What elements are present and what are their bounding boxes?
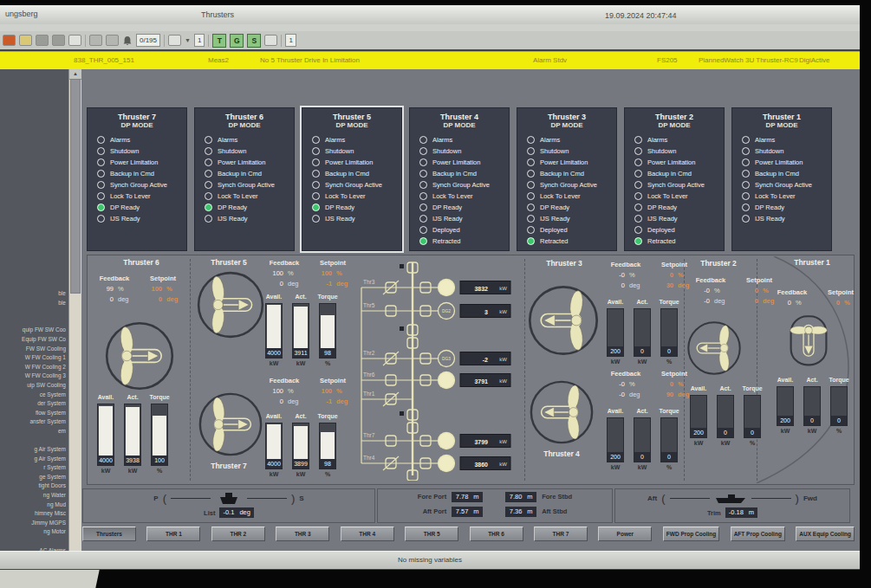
print-icon[interactable] [89,35,102,46]
list-indicator-box: P ( ) S List -0.1deg [82,488,375,523]
status-led-icon [97,204,105,211]
dp-panel-thruster-4[interactable]: Thruster 4 DP MODE Alarms Shutdown [409,107,510,251]
thruster-7-title: Thruster 7 [211,462,247,470]
alarm-banner[interactable]: 838_THR_005_151 Meas2 No 5 Thruster Driv… [0,51,860,70]
generator-icon[interactable] [439,433,455,449]
nav-button[interactable]: AFT Prop Cooling [731,527,785,541]
dp-status-row: Shutdown [410,145,509,157]
dp-panel-thruster-3[interactable]: Thruster 3 DP MODE Alarms Shutdown [517,107,617,251]
sidebar-item[interactable]: r System [0,463,66,473]
dp-status-row: Lock To Lever [625,191,724,202]
dp-panel-thruster-6[interactable]: Thruster 6 DP MODE Alarms Shutdown [194,107,295,251]
page-number-box[interactable]: 1 [194,34,205,47]
sidebar-scrollbar[interactable]: ▲ [68,69,81,551]
screen-icon[interactable] [68,35,81,46]
blank-button[interactable] [264,35,277,46]
status-led-icon [419,192,427,200]
dp-status-label: Deployed [647,226,675,234]
nav-button[interactable]: THR 3 [276,527,329,541]
dp-status-row: Alarms [732,134,831,145]
unit-deg: deg [283,279,308,289]
feeder-thr7: Thr7 3799 kW [361,432,510,449]
status-led-icon [742,204,750,211]
sidebar-item[interactable]: himney Misc [0,509,66,519]
sidebar-item[interactable]: flow System [0,409,66,418]
status-led-icon [312,170,320,178]
status-led-icon [527,215,535,223]
sidebar-item[interactable] [0,537,66,546]
dp-status-row: IJS Ready [517,213,616,224]
alarm-silence-icon[interactable] [3,35,16,46]
bar-value: 200 [608,346,623,356]
status-led-icon [634,215,642,223]
bar-unit: kW [781,428,790,434]
dp-panel-title: Thruster 5 [302,113,401,121]
system-button[interactable]: S [247,34,261,48]
fore-stbd-label: Fore Stbd [542,493,572,501]
sidebar-item[interactable]: ng Motor [0,527,66,537]
sidebar-item[interactable] [0,307,66,317]
dp-status-label: Power Limitation [540,158,588,166]
nav-button[interactable]: THR 7 [534,527,588,541]
nav-button[interactable]: THR 4 [341,527,394,541]
nav-button[interactable]: Power [598,527,652,541]
dp-panel-thruster-1[interactable]: Thruster 1 DP MODE Alarms Shutdown [731,107,832,251]
status-led-icon [97,170,105,178]
sidebar-item[interactable]: W FW Cooling 2 [0,363,66,372]
sidebar-item[interactable]: Equip FW SW Co [0,335,66,345]
bell-icon[interactable] [122,36,133,46]
nav-button[interactable]: AUX Equip Cooling [796,527,855,541]
unit-deg: deg [710,296,734,307]
chevron-down-icon[interactable]: ▼ [185,37,191,43]
sidebar-item[interactable]: g Air System [0,455,66,464]
alarm-ack-icon[interactable] [19,35,32,46]
nav-button[interactable]: THR 2 [211,527,265,541]
nav-button[interactable]: THR 6 [470,527,523,541]
folder-icon[interactable] [106,35,119,46]
sidebar-item[interactable]: ng Water [0,491,66,501]
generator-icon[interactable] [439,372,455,389]
event-list-icon[interactable] [36,35,49,46]
dp-panel-thruster-7[interactable]: Thruster 7 DP MODE Alarms Shutdown [87,107,187,251]
sidebar-item[interactable]: der System [0,399,66,409]
sidebar-item[interactable]: ng Mud [0,501,66,510]
sidebar-item[interactable]: quip FW SW Coo [0,326,66,335]
dp-panel-thruster-5[interactable]: Thruster 5 DP MODE Alarms Shutdown [302,107,402,251]
status-led-icon [527,170,535,178]
sidebar-item[interactable]: ble [0,299,66,308]
dp-status-label: IJS Ready [110,215,140,223]
sidebar-item[interactable]: tight Doors [0,481,66,491]
report-icon[interactable] [52,35,65,46]
nav-button[interactable]: FWD Prop Cooling [663,527,719,541]
sidebar-item[interactable]: ge System [0,473,66,482]
sidebar-item[interactable]: g Air System [0,445,66,455]
page-list-icon[interactable] [168,35,181,46]
trend-button[interactable]: T [212,34,226,48]
sidebar-item[interactable]: em [0,427,66,436]
status-led-icon [742,136,750,144]
sidebar-item[interactable]: W FW Cooling 1 [0,353,66,363]
sidebar-item[interactable]: W FW Cooling 3 [0,372,66,381]
torque-bar: Torque0% [829,377,848,434]
sidebar-item[interactable]: ansfer System [0,417,66,427]
sidebar-item[interactable]: FW SW Cooling [0,345,66,354]
generator-icon[interactable] [439,280,455,296]
view-number-box[interactable]: 1 [285,34,296,47]
sidebar-item[interactable] [0,436,66,446]
sidebar-item[interactable]: ce System [0,391,66,400]
scrollbar-thumb[interactable] [70,79,81,294]
sidebar-item[interactable]: Jimmy MGPS [0,519,66,528]
group-button[interactable]: G [230,34,244,48]
nav-button[interactable]: THR 5 [405,527,458,541]
feedback-header: Feedback [91,275,138,282]
unit-deg: deg [332,279,354,289]
nav-button[interactable]: THR 1 [146,527,200,541]
nav-button[interactable]: Thrusters [82,527,136,541]
thruster-1-bars: Avail.200kW Act.0kW Torque0% [776,377,848,434]
sidebar-item[interactable]: uip SW Cooling [0,381,66,391]
dp-panel-thruster-2[interactable]: Thruster 2 DP MODE Alarms Shutdown [624,107,725,251]
sidebar-item[interactable] [0,317,66,326]
dp-panel-title: Thruster 4 [410,113,509,121]
sidebar-item[interactable]: ble [0,289,66,299]
generator-icon[interactable] [439,456,455,472]
